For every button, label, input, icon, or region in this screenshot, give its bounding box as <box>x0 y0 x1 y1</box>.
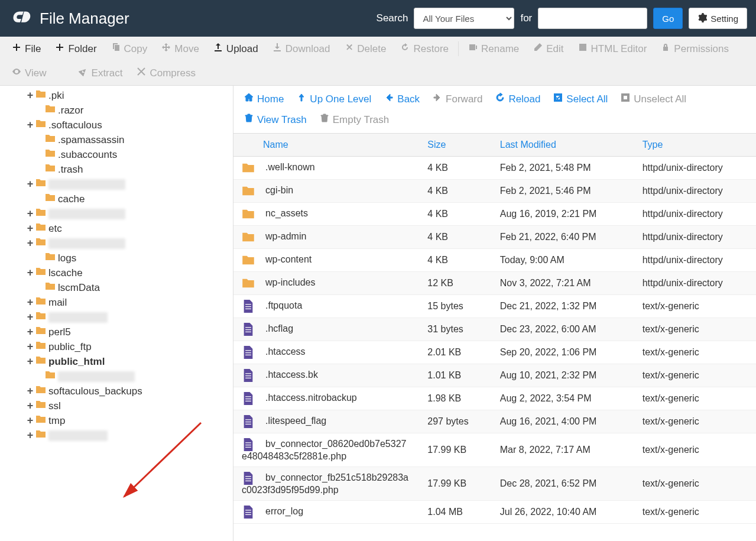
expand-icon[interactable]: + <box>26 89 34 102</box>
expand-icon[interactable]: + <box>26 341 34 353</box>
tree-item[interactable]: +etc <box>0 221 233 236</box>
folder-icon <box>45 104 56 116</box>
column-header[interactable]: Last Modified <box>492 134 634 157</box>
tree-item[interactable]: lscmData <box>0 280 233 295</box>
expand-icon[interactable]: + <box>26 326 34 338</box>
file-type: text/x-generic <box>634 501 756 524</box>
tree-item[interactable]: .spamassassin <box>0 132 233 147</box>
tree-item[interactable]: cache <box>0 192 233 206</box>
tree-item[interactable]: +mail <box>0 295 233 310</box>
ct-view-trash-button[interactable]: View Trash <box>244 114 307 126</box>
folder-icon <box>35 296 46 309</box>
tree-item[interactable]: +softaculous_backups <box>0 384 233 399</box>
ct-select-all-button[interactable]: Select All <box>553 93 608 105</box>
folder-icon <box>242 254 255 267</box>
expand-icon[interactable]: + <box>26 208 34 220</box>
column-header[interactable]: Type <box>634 134 756 157</box>
expand-icon[interactable]: + <box>26 178 34 190</box>
table-row[interactable]: bv_connector_08620ed0b7e5327e48048483c5f… <box>233 433 756 467</box>
tree-item[interactable]: .trash <box>0 162 233 177</box>
table-row[interactable]: .well-known4 KBFeb 2, 2021, 5:48 PMhttpd… <box>233 157 756 180</box>
file-size: 1.01 KB <box>419 364 491 387</box>
tree-item[interactable]: .razor <box>0 103 233 118</box>
table-row[interactable]: bv_connector_fb251c518b29283ac0023f3d95f… <box>233 467 756 501</box>
tree-item[interactable]: + <box>0 236 233 251</box>
table-row[interactable]: nc_assets4 KBAug 16, 2019, 2:21 PMhttpd/… <box>233 203 756 226</box>
tree-item[interactable]: + <box>0 428 233 443</box>
file-name: .htaccess.bk <box>265 370 318 380</box>
expand-icon[interactable]: + <box>26 237 34 250</box>
table-row[interactable]: .htaccess2.01 KBSep 20, 2022, 1:06 PMtex… <box>233 341 756 364</box>
tree-item[interactable]: +.softaculous <box>0 118 233 132</box>
table-row[interactable]: .htaccess.bk1.01 KBAug 10, 2021, 2:32 PM… <box>233 364 756 387</box>
tree-item[interactable]: +lscache <box>0 265 233 280</box>
expand-icon[interactable]: + <box>26 385 34 397</box>
table-row[interactable]: wp-admin4 KBFeb 21, 2022, 6:40 PMhttpd/u… <box>233 226 756 249</box>
settings-button[interactable]: Setting <box>689 8 747 29</box>
app-header: File Manager Search All Your Files for G… <box>0 0 756 37</box>
expand-icon[interactable]: + <box>26 222 34 235</box>
ct-up-one-level-button[interactable]: Up One Level <box>297 93 371 105</box>
column-header[interactable]: Name <box>233 134 419 157</box>
plus-icon <box>12 43 21 55</box>
file-modified: Feb 2, 2021, 5:48 PM <box>492 157 634 180</box>
expand-icon[interactable]: + <box>26 414 34 427</box>
folder-icon <box>45 134 56 146</box>
toolbar-item-label: Rename <box>481 43 519 55</box>
tree-item[interactable]: logs <box>0 251 233 265</box>
expand-icon[interactable]: + <box>26 355 34 368</box>
table-row[interactable]: .htaccess.nitrobackup1.98 KBAug 2, 2022,… <box>233 387 756 410</box>
ct-item-label: View Trash <box>257 114 307 126</box>
expand-icon[interactable]: + <box>26 311 34 323</box>
tree-item[interactable]: + <box>0 310 233 325</box>
table-row[interactable]: cgi-bin4 KBFeb 2, 2021, 5:46 PMhttpd/uni… <box>233 180 756 203</box>
file-size: 1.98 KB <box>419 387 491 410</box>
file-name: .litespeed_flag <box>265 416 326 426</box>
tree-item[interactable]: +public_html <box>0 354 233 369</box>
expand-icon[interactable]: + <box>26 267 34 279</box>
toolbar-restore-button: Restore <box>393 37 456 61</box>
table-row[interactable]: .hcflag31 bytesDec 23, 2022, 6:00 AMtext… <box>233 318 756 341</box>
toolbar-item-label: Restore <box>413 43 449 55</box>
redacted-label <box>48 430 108 441</box>
selectall-icon <box>553 93 563 105</box>
table-row[interactable]: error_log1.04 MBJul 26, 2022, 10:40 AMte… <box>233 501 756 524</box>
go-button[interactable]: Go <box>653 8 683 29</box>
unselect-icon <box>621 93 630 105</box>
file-table-container: NameSizeLast ModifiedType .well-known4 K… <box>233 134 756 541</box>
table-row[interactable]: wp-content4 KBToday, 9:00 AMhttpd/unix-d… <box>233 249 756 272</box>
tree-item[interactable]: +tmp <box>0 413 233 428</box>
column-header[interactable]: Size <box>419 134 491 157</box>
toolbar-upload-button[interactable]: Upload <box>206 37 265 61</box>
expand-icon[interactable]: + <box>26 296 34 309</box>
file-modified: Aug 10, 2021, 2:32 PM <box>492 364 634 387</box>
search-input[interactable] <box>538 8 647 29</box>
file-size: 15 bytes <box>419 295 491 318</box>
file-icon <box>242 415 255 428</box>
search-scope-select[interactable]: All Your Files <box>414 8 514 29</box>
table-row[interactable]: .litespeed_flag297 bytesAug 16, 2021, 4:… <box>233 410 756 433</box>
toolbar-folder-button[interactable]: Folder <box>48 37 103 61</box>
tree-item[interactable]: .subaccounts <box>0 147 233 162</box>
expand-icon[interactable]: + <box>26 429 34 442</box>
home-icon <box>244 93 254 105</box>
tree-item[interactable]: + <box>0 206 233 221</box>
tree-item[interactable]: +public_ftp <box>0 339 233 354</box>
tree-item[interactable]: + <box>0 177 233 192</box>
expand-icon[interactable]: + <box>26 119 34 131</box>
file-name: nc_assets <box>265 208 308 218</box>
perm-icon <box>661 43 670 55</box>
tree-item[interactable]: +perl5 <box>0 325 233 339</box>
tree-item-label: cache <box>58 193 85 205</box>
tree-item[interactable]: +.pki <box>0 88 233 103</box>
ct-reload-button[interactable]: Reload <box>495 93 540 105</box>
toolbar-file-button[interactable]: File <box>5 37 48 61</box>
expand-icon[interactable]: + <box>26 400 34 412</box>
table-row[interactable]: .ftpquota15 bytesDec 21, 2022, 1:32 PMte… <box>233 295 756 318</box>
file-modified: Dec 21, 2022, 1:32 PM <box>492 295 634 318</box>
tree-item[interactable] <box>0 369 233 384</box>
ct-back-button[interactable]: Back <box>384 93 420 105</box>
ct-home-button[interactable]: Home <box>244 93 284 105</box>
tree-item[interactable]: +ssl <box>0 399 233 413</box>
table-row[interactable]: wp-includes12 KBNov 3, 2022, 7:21 AMhttp… <box>233 272 756 295</box>
